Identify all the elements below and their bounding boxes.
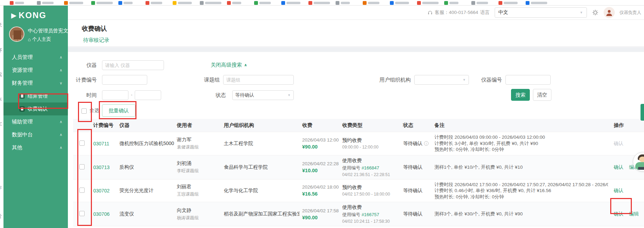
instrument-input[interactable] (102, 60, 164, 70)
bookmark-label (395, 2, 409, 4)
bookmark-item[interactable] (118, 1, 133, 5)
table-row: 030705 冷冻干燥机 罗小宁 风景园林学院 2026/04/02 17:58… (73, 226, 644, 228)
billing-no-input[interactable] (102, 75, 147, 85)
usage-no-link[interactable]: #166757 (362, 212, 379, 217)
language-select[interactable]: 中文 ▼ (495, 7, 587, 18)
table-row: 030702 荧光分光光度计 刘丽君 王琼课题组 化学与化工学院 2026/04… (73, 179, 644, 202)
table-row: 030713 质构仪 刘初涌 李旺课题组 食品科学与工程学院 2026/04/0… (73, 155, 644, 179)
favicon (10, 1, 14, 5)
bookmark-label (69, 2, 83, 4)
billing-no-link[interactable]: 030711 (93, 141, 109, 146)
instrument-cell: 冷冻干燥机 (117, 226, 174, 228)
info-icon[interactable]: i (424, 141, 429, 146)
bookmark-item[interactable] (227, 1, 241, 5)
bookmark-item[interactable] (64, 1, 83, 5)
confirm-link[interactable]: 确认 (614, 164, 623, 170)
bookmark-label (124, 2, 133, 4)
sidebar-item-data-center[interactable]: 数据中台 ∧ (3, 128, 68, 141)
favicon (363, 1, 367, 5)
bookmark-item[interactable] (444, 1, 458, 5)
search-button[interactable]: 搜索 (511, 89, 530, 101)
billing-no-link[interactable]: 030713 (93, 165, 110, 170)
bookmark-label (449, 2, 458, 4)
browser-bookmarks-bar[interactable] (0, 0, 644, 6)
sidebar-item-auxiliary[interactable]: 辅助管理 ∧ (3, 115, 68, 128)
clear-button[interactable]: 清空 (533, 89, 551, 101)
instrument-cell: 微机控制压力试验机5000 (117, 132, 174, 155)
bookmark-item[interactable] (146, 1, 162, 5)
bookmark-label (178, 2, 192, 4)
user-avatar[interactable] (9, 26, 24, 42)
bookmark-item[interactable] (498, 1, 518, 5)
advanced-search-toggle[interactable]: 关闭高级搜索 ∧ (211, 62, 247, 68)
org-select[interactable]: ▼ (414, 75, 469, 85)
sidebar-item-resources[interactable]: 资源管理 ∧ (3, 64, 68, 77)
sidebar-item-fee-confirm[interactable]: 收费确认 (3, 102, 68, 115)
edit-link[interactable]: 编辑 (629, 211, 639, 216)
row-checkbox[interactable] (79, 188, 85, 193)
fee-type-cell: 使用收费 使用编号 #166608 (339, 226, 400, 228)
bookmark-item[interactable] (308, 1, 330, 5)
bookmark-item[interactable] (417, 1, 439, 5)
sidebar-item-finance[interactable]: 财务管理 ∨ (3, 77, 68, 90)
row-checkbox[interactable] (79, 140, 85, 146)
user-cell: 谢力军 袁健课题组 (174, 132, 221, 155)
bookmark-item[interactable] (200, 1, 221, 5)
remark-cell: 计费时段 2026/04/02 17:50:00 - 2026/04/02 17… (432, 179, 611, 202)
bookmark-item[interactable] (10, 1, 24, 5)
chevron-up-icon: ∧ (60, 145, 62, 150)
bookmark-item[interactable] (471, 1, 488, 5)
favicon (444, 1, 448, 5)
bookmark-item[interactable] (363, 1, 379, 5)
sidebar-item-settlement[interactable]: 结算管理 (3, 90, 68, 102)
time-end-input[interactable] (135, 90, 161, 100)
account-avatar[interactable] (604, 7, 615, 18)
confirm-link[interactable]: 确认 (614, 188, 623, 193)
personal-home-link[interactable]: ⌂ 个人主页 (28, 36, 68, 43)
instrument-no-input[interactable] (505, 75, 551, 85)
bookmark-item[interactable] (173, 1, 192, 5)
table-header-row: 计费编号 仪器 使用者 用户组织机构 收费 收费类型 状态 备注 操作 (73, 119, 644, 132)
favicon (498, 1, 502, 5)
favicon (118, 1, 122, 5)
billing-no-link[interactable]: 030702 (93, 188, 110, 193)
bookmark-item[interactable] (281, 1, 300, 5)
remark-cell: 测样3个, 单价 ¥30/个, 开机费 ¥0, 共计 ¥90 (432, 202, 611, 226)
status-cell: 等待确认 (400, 179, 432, 202)
side-panel-handle[interactable] (641, 104, 644, 121)
bookmark-item[interactable] (390, 1, 409, 5)
status-cell: 等待确认i (400, 132, 432, 155)
sidebar-item-other[interactable]: 其他 ∧ (3, 141, 68, 154)
gear-icon[interactable] (592, 9, 599, 16)
user-name: 中心管理员曾宪文 (28, 28, 68, 34)
bookmark-item[interactable] (526, 1, 547, 5)
batch-confirm-button[interactable]: 批量确认 (102, 104, 135, 117)
usage-no-link[interactable]: #166847 (362, 165, 379, 170)
time-start-input[interactable] (102, 90, 128, 100)
confirm-link[interactable]: 确认 (614, 211, 623, 216)
confirm-link[interactable]: 确认 (614, 140, 623, 146)
row-checkbox[interactable] (79, 211, 85, 216)
clipped-edge-char: 夹 (0, 22, 2, 28)
select-all-checkbox[interactable] (81, 108, 87, 114)
header-instrument: 仪器 (117, 119, 174, 132)
app-logo[interactable]: ▶ KONG (3, 6, 68, 24)
main-content: 收费确认 待审核记录 仪器 关闭高级搜索 ∧ 计费编号 课题组 用户组织机构 ▼… (68, 20, 644, 228)
bookmark-item[interactable] (336, 1, 350, 5)
bookmark-item[interactable] (37, 1, 54, 5)
actions-cell: 确认编辑 (611, 226, 644, 228)
group-input[interactable] (223, 75, 294, 85)
bookmark-label (368, 2, 379, 4)
fee-type-cell: 使用收费 使用编号 #166757 04/02 10:24:11 - 17:58… (339, 202, 400, 226)
tab-pending-records[interactable]: 待审核记录 (82, 37, 111, 48)
bookmark-item[interactable] (254, 1, 271, 5)
instrument-label: 仪器 (68, 60, 97, 70)
bookmark-item[interactable] (91, 1, 113, 5)
header-user: 使用者 (174, 119, 221, 132)
billing-no-link[interactable]: 030706 (93, 211, 110, 217)
row-checkbox[interactable] (79, 164, 85, 169)
status-select[interactable]: 等待确认 ▼ (232, 90, 294, 100)
account-role[interactable]: 仪器负责人 (620, 10, 642, 16)
user-profile[interactable]: 中心管理员曾宪文 ⌂ 个人主页 (3, 24, 68, 47)
sidebar-item-personnel[interactable]: 人员管理 ∧ (3, 51, 68, 64)
